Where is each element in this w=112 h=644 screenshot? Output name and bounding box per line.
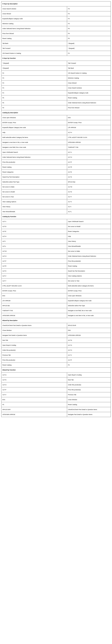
table-row: View HistoryALT-I: [1, 204, 111, 209]
table-row: F6Order Selected Items Using Brand Selec…: [1, 100, 111, 105]
cell-right: Help: [67, 234, 111, 239]
section-title: F-Keys by Description: [1, 2, 111, 6]
table-row: Price from WizardF9: [1, 31, 111, 36]
cell-right: Close Wizard: [67, 80, 111, 86]
table-row: ALT-AOpen VIN/Model Search: [1, 219, 111, 224]
cell-right: F3: [67, 6, 111, 11]
cell-left: Reset Catalog: [1, 36, 67, 41]
table-row: * (keypad)Tab Forward: [1, 61, 111, 66]
cell-right: F5: [67, 36, 111, 41]
cell-left: Tab Forward: [1, 46, 67, 51]
table-row: Reset CatalogF5: [1, 36, 111, 41]
cell-left: Reset Categories: [1, 170, 67, 174]
table-row: ALT-OOrder this product(s): [1, 382, 111, 387]
cell-left: Order Selected Items Using Brand Selecti…: [1, 155, 67, 160]
table-row: ALT-IView History: [1, 239, 111, 244]
table-row: TAB/SHIFT-TABNavigate to text field, lis…: [1, 308, 111, 313]
cell-left: TAB/SHIFT-TAB: [1, 308, 67, 313]
cell-right: ESC: [67, 328, 111, 333]
cell-left: ALT-A: [1, 219, 67, 224]
table-row: Expand/Collapse Category tree nodeL/R AR…: [1, 125, 111, 130]
cell-left: View History: [1, 204, 67, 209]
cell-left: ALT-V: [1, 274, 67, 278]
cell-right: Order Selected Items Using Brand Selecti…: [67, 100, 111, 105]
cell-left: Open Buyer's Guideg: [1, 343, 67, 348]
cell-left: Search by Part Description: [1, 174, 67, 180]
cell-right: F4: [67, 16, 111, 21]
section-header-row: Catalog by Description: [1, 110, 111, 115]
cell-right: UP/DOWN ARROW: [67, 140, 111, 145]
cell-right: Order Selected Items Using Brand Selecti…: [67, 254, 111, 259]
table-row: / (keypad)Tab Back: [1, 66, 111, 71]
cell-right: ALT-P: [67, 358, 111, 362]
cell-right: ALT-O: [67, 155, 111, 160]
cell-left: F5: [1, 96, 67, 100]
table-row: Navigate to next item in list, or tree n…: [1, 140, 111, 145]
cell-left: Close open Windows: [1, 115, 67, 120]
table-row: ALT-YSet cursor to Year: [1, 278, 111, 284]
cell-right: Reset Catalog: [67, 96, 111, 100]
cell-left: F5: [1, 402, 67, 407]
table-row: Close WizardF3: [1, 11, 111, 16]
table-row: ENTER Accept, PriceENTER Accept, Price: [1, 288, 111, 293]
cell-left: Order Selected Items Using Brand Selecti…: [1, 26, 67, 31]
table-row: Select/De-select Part TypeSPACE Bar: [1, 180, 111, 184]
table-row: F9Price from Wizard: [1, 105, 111, 110]
table-row: Reset CatalogALT-R: [1, 165, 111, 170]
cell-left: View Catalog Options: [1, 199, 67, 204]
cell-right: Expand/Collapse Category tree node: [67, 298, 111, 303]
cell-right: Open VIN/Model Search: [67, 219, 111, 224]
table-row: CTRL w/LEFT MOUSE CLICKMulti select/de-s…: [1, 284, 111, 288]
section-title: Wizard by Description: [1, 318, 111, 323]
cell-right: VIN Search button in Catalog: [67, 71, 111, 76]
cell-left: Check/UnCheck Part Detail or Question it…: [1, 323, 67, 328]
table-row: ALT-VView Catalog Options: [1, 274, 111, 278]
table-row: Open Buyer's GuidegALT-G: [1, 343, 111, 348]
cell-right: F5: [67, 362, 111, 368]
cell-left: SPACE BAR: [1, 407, 67, 412]
table-row: Search by Part DescriptionALT-S: [1, 174, 111, 180]
table-row: ESCClose Window: [1, 397, 111, 402]
table-row: F3Minimize Catalog: [1, 76, 111, 80]
table-row: Price this product(s)ALT-P: [1, 160, 111, 165]
table-row: ALT-MSet cursor to Make: [1, 249, 111, 254]
cell-right: View Wizard/Details: [67, 244, 111, 249]
cell-left: ALT-O: [1, 254, 67, 259]
cell-right: / (keypad): [67, 41, 111, 46]
cell-left: Multi select/de-select Category list Ite…: [1, 135, 67, 140]
table-row: ALT-SSearch by Part Description: [1, 268, 111, 274]
cell-left: Navigate Part Detail or Question items: [1, 333, 67, 338]
cell-left: UP/DOWN ARROW: [1, 313, 67, 318]
cell-right: Price this product(s): [67, 387, 111, 392]
table-row: F5Reset Catalog: [1, 96, 111, 100]
cell-left: ALT-H: [1, 234, 67, 239]
cell-left: Set cursor to Make: [1, 184, 67, 190]
cell-left: ENTER Accept, Price: [1, 288, 67, 293]
cell-right: Reset Catalog: [67, 402, 111, 407]
shortcut-reference-table: F-Keys by DescriptionClose Search window…: [1, 1, 111, 417]
table-row: Reset CategoriesALT-E: [1, 170, 111, 174]
cell-right: Set cursor to Model: [67, 224, 111, 229]
cell-right: F3: [67, 11, 111, 16]
cell-right: ALT-G: [67, 343, 111, 348]
cell-right: Close open Windows: [67, 293, 111, 298]
cell-right: Close Window: [67, 397, 111, 402]
cell-left: F3: [1, 86, 67, 90]
table-row: Next TabALT-N: [1, 338, 111, 343]
cell-right: Reset Catalog: [67, 264, 111, 268]
cell-right: ALT-L: [67, 209, 111, 214]
cell-left: Previous Tab: [1, 353, 67, 358]
cell-left: Next Tab: [1, 338, 67, 343]
table-row: ALT-GOpen Buyer's Guideg: [1, 372, 111, 378]
cell-right: Navigate to next item in list, or tree n…: [67, 313, 111, 318]
cell-right: Navigate to text field, list or tree nod…: [67, 308, 111, 313]
cell-right: ALT-Y: [67, 194, 111, 199]
table-row: SPACE BARCheck/UnCheck Part Detail or Qu…: [1, 407, 111, 412]
cell-left: Tab Back: [1, 41, 67, 46]
cell-right: Order this product(s): [67, 382, 111, 387]
cell-right: Select/De-select Part Type: [67, 303, 111, 308]
cell-left: Price from Wizard: [1, 31, 67, 36]
table-row: F2VIN Search button in Catalog: [1, 71, 111, 76]
cell-left: View Wizard/Details: [1, 209, 67, 214]
table-row: Navigate Part Detail or Question itemsUP…: [1, 333, 111, 338]
